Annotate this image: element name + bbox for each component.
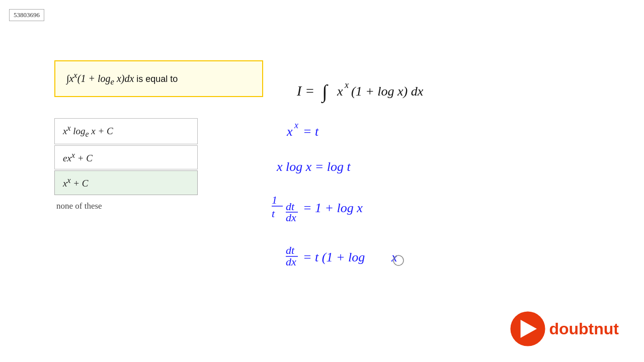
svg-text:dx: dx [286,255,296,268]
svg-text:dx: dx [286,211,296,224]
option-2[interactable]: exx + C [54,145,198,169]
svg-text:x: x [294,120,298,130]
svg-text:= t (1 + log: = t (1 + log [303,250,365,264]
question-box: ∫xx(1 + loge x)dx is equal to [54,60,263,97]
svg-text:x: x [286,124,293,139]
doubtnut-brand-text: doubtnut [549,320,619,338]
svg-text:x: x [344,80,349,90]
svg-text:1: 1 [272,194,277,206]
svg-text:t: t [272,207,275,220]
svg-text:x log x = log t: x log x = log t [276,159,351,174]
svg-text:I =: I = [296,83,314,99]
doubtnut-logo: doubtnut [510,311,619,347]
svg-text:= 1 + log x: = 1 + log x [303,201,363,215]
options-list: xx loge x + C exx + C xx + C none of the… [54,118,198,216]
option-3[interactable]: xx + C [54,170,198,195]
svg-text:(1 + log x) dx: (1 + log x) dx [351,84,424,99]
svg-text:dt: dt [286,244,295,256]
svg-text:= t: = t [303,124,319,139]
option-4[interactable]: none of these [54,196,198,216]
svg-text:x: x [337,84,343,99]
question-text: ∫xx(1 + loge x)dx is equal to [66,73,178,84]
option-1[interactable]: xx loge x + C [54,118,198,144]
math-work-area: I = ∫ x x (1 + log x) dx x x = t x log x… [267,55,619,337]
svg-text:∫: ∫ [321,81,329,104]
doubtnut-icon [510,311,546,347]
question-id: 53803696 [9,9,44,21]
